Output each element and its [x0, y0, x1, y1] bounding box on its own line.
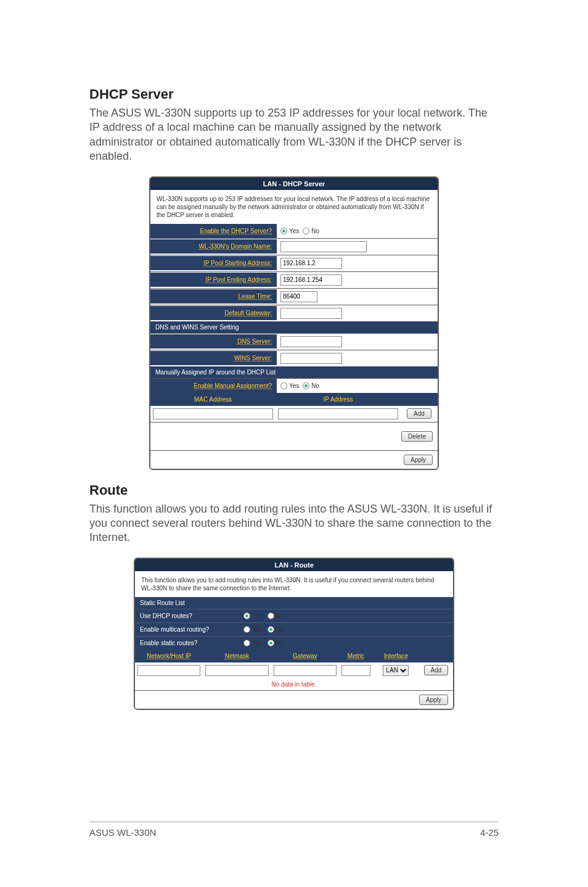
- footer-right: 4-25: [480, 827, 499, 838]
- th-network: Network/Host IP: [135, 650, 203, 662]
- static-route-subhead: Static Route List: [135, 597, 453, 609]
- mac-header: MAC Address: [150, 393, 276, 406]
- label-use-dhcp-routes: Use DHCP routes?: [135, 609, 240, 622]
- th-interface: Interface: [373, 650, 419, 662]
- mac-input[interactable]: [153, 408, 273, 419]
- route-paragraph: This function allows you to add routing …: [89, 502, 499, 545]
- domain-name-input[interactable]: [280, 241, 367, 252]
- label-dns-server: DNS Server:: [150, 334, 277, 349]
- r-yes-2: Yes: [252, 626, 262, 633]
- r-no-3: No: [276, 640, 284, 646]
- enable-manual-no-radio[interactable]: No: [303, 382, 319, 389]
- no-data-text: No data in table.: [135, 679, 453, 690]
- gateway-input[interactable]: [274, 665, 337, 676]
- r-no-1: No: [276, 613, 284, 619]
- netmask-input[interactable]: [205, 665, 268, 676]
- radio-no-label: No: [311, 228, 319, 234]
- label-pool-end: IP Pool Ending Address:: [150, 273, 277, 287]
- wins-server-input[interactable]: [280, 353, 342, 364]
- r-yes-3: Yes: [252, 640, 262, 646]
- enable-dhcp-yes-radio[interactable]: Yes: [280, 228, 299, 234]
- pool-end-input[interactable]: [280, 274, 342, 286]
- footer-left: ASUS WL-330N: [89, 827, 156, 838]
- pool-start-input[interactable]: [280, 258, 342, 269]
- static-no-radio[interactable]: No: [267, 640, 284, 646]
- interface-select[interactable]: LAN: [383, 665, 409, 676]
- ip-input[interactable]: [278, 408, 398, 419]
- dhcp-panel-intro: WL-330N supports up to 253 IP addresses …: [150, 190, 438, 224]
- lease-time-input[interactable]: [280, 291, 317, 302]
- th-metric: Metric: [339, 650, 373, 662]
- multicast-no-radio[interactable]: No: [267, 626, 284, 633]
- th-gateway: Gateway: [271, 650, 339, 662]
- dhcp-paragraph: The ASUS WL-330N supports up to 253 IP a…: [89, 106, 499, 164]
- dhcp-panel: LAN - DHCP Server WL-330N supports up to…: [149, 176, 439, 470]
- r-yes-1: Yes: [252, 613, 262, 619]
- route-heading: Route: [89, 482, 499, 498]
- use-dhcp-no-radio[interactable]: No: [267, 613, 284, 619]
- radio-yes-label-2: Yes: [289, 382, 299, 389]
- label-lease-time: Lease Time:: [150, 289, 277, 303]
- route-panel-intro: This function allows you to add routing …: [135, 571, 453, 597]
- ip-header: IP Address: [276, 393, 401, 406]
- label-enable-manual: Enable Manual Assignment?: [150, 379, 277, 393]
- r-no-2: No: [276, 626, 284, 633]
- multicast-yes-radio[interactable]: Yes: [243, 626, 262, 633]
- label-static-routes: Enable static routes?: [135, 637, 240, 650]
- enable-manual-yes-radio[interactable]: Yes: [280, 382, 299, 389]
- th-netmask: Netmask: [203, 650, 271, 662]
- route-apply-button[interactable]: Apply: [419, 695, 448, 705]
- label-default-gw: Default Gateway:: [150, 306, 277, 320]
- label-wins-server: WINS Server:: [150, 351, 277, 365]
- route-add-button[interactable]: Add: [424, 665, 449, 675]
- delete-button[interactable]: Delete: [401, 431, 433, 442]
- radio-no-label-2: No: [311, 382, 319, 389]
- label-enable-dhcp: Enable the DHCP Server?: [150, 224, 277, 238]
- dhcp-panel-title: LAN - DHCP Server: [150, 178, 438, 190]
- label-multicast: Enable multicast routing?: [135, 623, 240, 636]
- manual-assign-subhead: Manually Assigned IP around the DHCP Lis…: [150, 366, 438, 378]
- enable-dhcp-no-radio[interactable]: No: [303, 228, 319, 234]
- network-input[interactable]: [137, 665, 200, 676]
- metric-input[interactable]: [341, 665, 370, 676]
- label-pool-start: IP Pool Starting Address:: [150, 256, 277, 270]
- dhcp-apply-button[interactable]: Apply: [404, 455, 433, 465]
- default-gw-input[interactable]: [280, 308, 342, 319]
- dns-server-input[interactable]: [280, 336, 342, 347]
- page-footer: ASUS WL-330N 4-25: [89, 822, 499, 838]
- use-dhcp-yes-radio[interactable]: Yes: [243, 613, 262, 619]
- route-panel: LAN - Route This function allows you to …: [134, 558, 454, 710]
- add-button[interactable]: Add: [407, 408, 431, 419]
- static-yes-radio[interactable]: Yes: [243, 640, 262, 646]
- dns-wins-subhead: DNS and WINS Server Setting: [150, 321, 438, 333]
- dhcp-heading: DHCP Server: [89, 86, 499, 102]
- label-domain-name: WL-330N's Domain Name:: [150, 239, 277, 254]
- radio-yes-label: Yes: [289, 228, 299, 234]
- route-panel-title: LAN - Route: [135, 559, 453, 571]
